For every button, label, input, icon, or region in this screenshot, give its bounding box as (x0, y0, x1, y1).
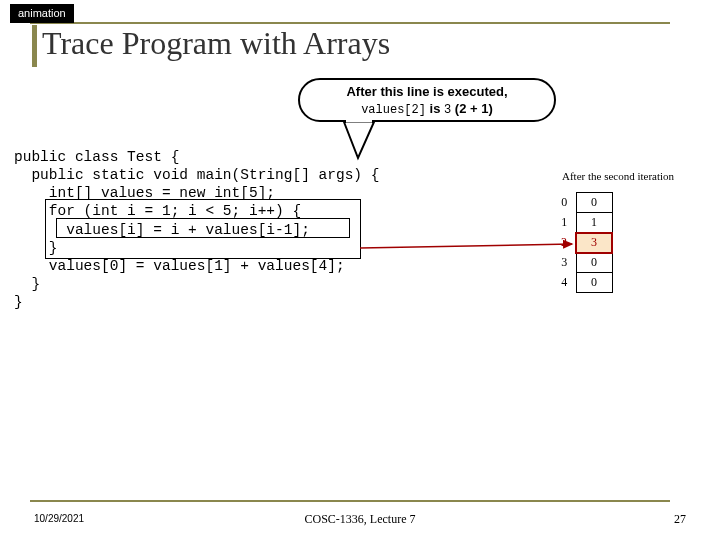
top-rule (30, 22, 670, 24)
table-row: 23 (556, 233, 612, 253)
table-row: 00 (556, 193, 612, 213)
array-table: 0011233040 (556, 192, 613, 293)
footer-page-number: 27 (674, 512, 686, 527)
title-accent (32, 25, 37, 67)
array-index: 0 (556, 193, 576, 213)
table-row: 11 (556, 213, 612, 233)
array-value: 0 (576, 193, 612, 213)
svg-line-0 (360, 244, 572, 248)
array-index: 4 (556, 273, 576, 293)
callout-paren2: 1) (481, 101, 493, 116)
array-value: 0 (576, 273, 612, 293)
array-value: 0 (576, 253, 612, 273)
animation-tag: animation (10, 4, 74, 23)
table-row: 30 (556, 253, 612, 273)
callout-paren1: (2 (451, 101, 470, 116)
highlight-box-outer (45, 199, 361, 259)
slide-title: Trace Program with Arrays (42, 25, 390, 62)
callout-line1: After this line is executed, (346, 84, 507, 99)
callout-text-is: is (426, 101, 444, 116)
bottom-rule (30, 500, 670, 502)
array-index: 1 (556, 213, 576, 233)
callout-bubble: After this line is executed, values[2] i… (298, 78, 556, 122)
callout-plus: + (470, 101, 481, 116)
array-value: 1 (576, 213, 612, 233)
footer-center: COSC-1336, Lecture 7 (0, 512, 720, 527)
array-index: 3 (556, 253, 576, 273)
array-index: 2 (556, 233, 576, 253)
callout-code: values[2] (361, 103, 426, 117)
table-row: 40 (556, 273, 612, 293)
array-caption: After the second iteration (562, 170, 674, 182)
array-value: 3 (576, 233, 612, 253)
